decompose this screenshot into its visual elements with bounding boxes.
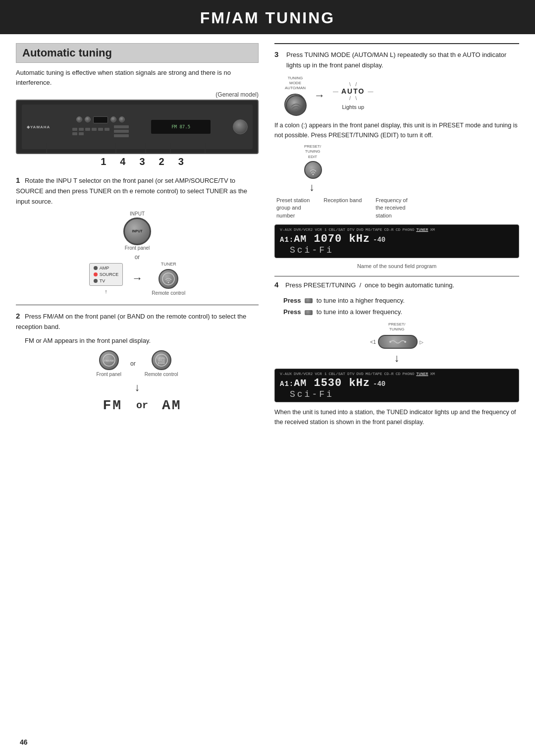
tuner-label: TUNER	[161, 262, 176, 267]
display-sub-2: Sci-Fi	[280, 389, 514, 399]
am-label: AM	[162, 398, 182, 413]
display-container-1: V-AUXDVR/VCR2VCR 1CBL/SATDTVDVDMO/TAPECD…	[274, 224, 519, 258]
panel-number-markers	[17, 143, 258, 153]
sound-field-label: Name of the sound field program	[274, 263, 519, 269]
tuning-btn-area: PRESET/TUNING <1 ▷	[274, 322, 519, 349]
step4-header: 4 Press PRESET/TUNING / once to begin au…	[274, 276, 519, 291]
press-up-line: Press to tune into a higher frequency.	[283, 295, 519, 306]
final-display-readout: V-AUXDVR/VCR2VCR 1CBL/SATDTVDVDMO/TAPECD…	[274, 369, 519, 402]
level-band-button: LEVEL TITLE BAND	[152, 350, 171, 370]
display-labels-row: Preset station group and number Receptio…	[276, 197, 519, 219]
step3-number: 3	[274, 50, 281, 58]
section-title: Automatic tuning	[16, 43, 259, 63]
display-top-bar-2: V-AUXDVR/VCR2VCR 1CBL/SATDTVDVDMO/TAPECD…	[280, 372, 514, 376]
right-column: 3 Press TUNING MODE (AUTO/MAN L) repeate…	[274, 43, 519, 427]
amp-source-block: AMP SOURCE TV	[89, 263, 123, 294]
front-panel-label-1: Front panel	[125, 245, 150, 251]
step3-section: 3 Press TUNING MODE (AUTO/MAN L) repeate…	[274, 43, 519, 269]
or-label-2: or	[130, 360, 136, 367]
step1-section: 1 Rotate the INPU T selector on the fron…	[16, 174, 259, 298]
tuning-wide-button: <1 ▷	[370, 335, 423, 349]
display-readout-1: V-AUXDVR/VCR2VCR 1CBL/SATDTVDVDMO/TAPECD…	[274, 224, 519, 258]
tv-label: TV	[100, 278, 106, 283]
fmam-front-panel: FM/AM Front panel	[96, 350, 121, 377]
step1-remote-row: AMP SOURCE TV	[89, 262, 185, 296]
svg-point-15	[313, 173, 314, 175]
step4-section: 4 Press PRESET/TUNING / once to begin au…	[274, 276, 519, 427]
down-arrow-4: ↓	[274, 352, 519, 365]
preset-station-label: Preset station group and number	[276, 197, 310, 219]
or-label-1: or	[135, 254, 140, 261]
fm-label: FM	[103, 398, 122, 413]
svg-text:BAND: BAND	[158, 362, 165, 365]
fmam-button: FM/AM	[99, 350, 119, 370]
step2-controls: FM/AM Front panel or LEVEL TI	[16, 350, 259, 416]
step3-text: Press TUNING MODE (AUTO/MAN L) repeatedl…	[286, 50, 519, 71]
step2-section: 2 Press FM/AM on the front panel (or BAN…	[16, 310, 259, 417]
preset-edit-button	[304, 161, 322, 179]
number-labels: 1 4 3 2 3	[16, 156, 259, 167]
svg-point-17	[404, 341, 406, 343]
tv-dot	[94, 279, 98, 283]
step1-number: 1	[16, 176, 20, 184]
input-dial: INPUT	[123, 217, 151, 245]
down-arrow-3: ↓	[309, 181, 519, 194]
step4-number: 4	[274, 280, 281, 289]
source-label: SOURCE	[100, 272, 119, 277]
step1-controls: INPUT INPUT Front panel or AMP	[16, 211, 259, 298]
preset-tuning-label: PRESET/TUNING	[388, 322, 405, 332]
level-band-remote: LEVEL TITLE BAND Remote control	[145, 350, 178, 377]
amp-dot	[94, 266, 98, 270]
tuning-mode-button: TUNINGMODEAUTO/MAN	[284, 76, 306, 115]
step2-subtext: FM or AM appears in the front panel disp…	[25, 336, 259, 346]
left-column: Automatic tuning Automatic tuning is eff…	[16, 43, 259, 427]
display-volume-2: -40	[373, 380, 385, 388]
lights-up-label: Lights up	[342, 104, 364, 110]
press-lines: Press to tune into a higher frequency. P…	[283, 295, 519, 318]
page-header: FM/AM TUNING	[0, 0, 535, 34]
step2-number: 2	[16, 312, 20, 320]
press-down-line: Press to tune into a lower frequency.	[283, 306, 519, 318]
reception-band-label: Reception band	[323, 197, 362, 219]
intro-text: Automatic tuning is effective when stati…	[16, 68, 259, 87]
yamaha-logo: ◈YAMAHA	[27, 125, 50, 129]
final-note: When the unit is tuned into a station, t…	[274, 407, 519, 427]
display-top-bar-1: V-AUXDVR/VCR2VCR 1CBL/SATDTVDVDMO/TAPECD…	[280, 227, 514, 232]
tuner-button	[159, 269, 178, 289]
remote-control-label-1: Remote control	[152, 290, 185, 296]
tuning-mode-label: TUNINGMODEAUTO/MAN	[285, 76, 306, 91]
page-number: 46	[20, 738, 28, 746]
fm-am-display: FM or AM	[103, 398, 181, 413]
or-text-display: or	[136, 400, 148, 411]
arrow-right-auto: →	[314, 89, 325, 102]
display-main-1: A1:AM 1070 kHz -40	[280, 233, 514, 245]
svg-point-14	[295, 109, 297, 111]
down-arrow-2: ↓	[135, 381, 140, 394]
front-panel-label-2: Front panel	[96, 372, 121, 377]
svg-text:FM/AM: FM/AM	[104, 359, 114, 362]
display-volume-1: -40	[373, 236, 385, 244]
step1-text: Rotate the INPU T selector on the front …	[16, 177, 247, 205]
remote-control-label-2: Remote control	[145, 372, 178, 377]
arrow-right-1: →	[132, 272, 143, 285]
step4-text: Press PRESET/TUNING / once to begin auto…	[285, 280, 454, 291]
panel-display: FM 87.5	[151, 120, 211, 134]
display-sub-1: Sci-Fi	[280, 245, 514, 255]
display-main-2: A1:AM 1530 kHz -40	[280, 377, 514, 389]
step3-note: If a colon (:) appears in the front pane…	[274, 120, 519, 140]
up-arrow: ↑	[105, 288, 107, 294]
frequency-label: Frequency of the received station	[375, 197, 407, 219]
step2-text: Press FM/AM on the front panel (or BAND …	[16, 313, 246, 330]
step3-header: 3 Press TUNING MODE (AUTO/MAN L) repeate…	[274, 50, 519, 71]
auto-indicator: — \ / AUTO / \ — Lights up	[333, 81, 373, 110]
auto-diagram: TUNINGMODEAUTO/MAN	[284, 76, 519, 115]
tuning-circle	[284, 94, 306, 115]
amp-label: AMP	[100, 266, 109, 270]
svg-point-16	[389, 341, 391, 343]
svg-point-6	[168, 281, 169, 283]
svg-point-13	[286, 96, 306, 115]
preset-edit-area: PRESET/TUNINGEDIT	[304, 144, 519, 179]
general-model-label: (General model)	[16, 91, 259, 98]
input-label: INPUT	[130, 211, 145, 216]
front-panel-illustration: ◈YAMAHA	[16, 100, 259, 154]
